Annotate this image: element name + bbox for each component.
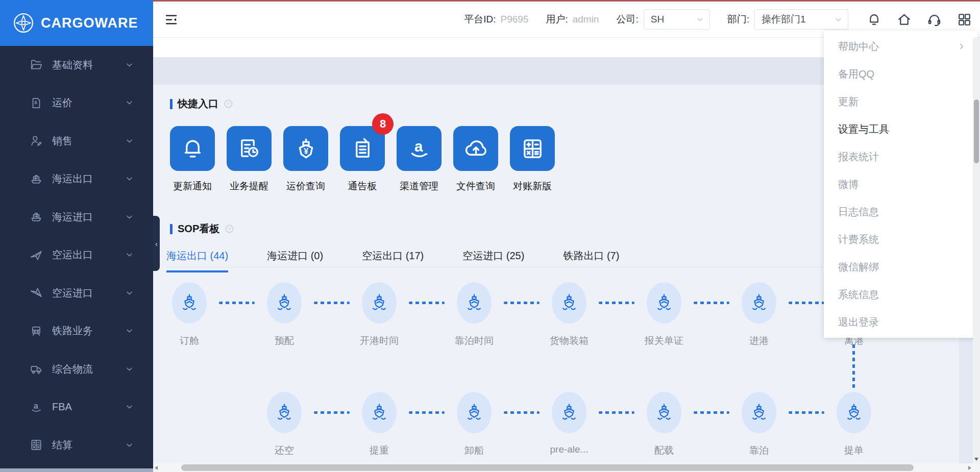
chevron-down-icon bbox=[125, 365, 134, 374]
apps-grid-icon[interactable] bbox=[957, 12, 972, 27]
ship-yen-icon bbox=[294, 137, 318, 161]
company-select[interactable]: SH bbox=[644, 9, 710, 30]
sidebar-item-air-import[interactable]: 空运进口 bbox=[0, 274, 153, 312]
tab-sea-import[interactable]: 海运进口 (0) bbox=[267, 249, 323, 272]
tile-file-query-button[interactable] bbox=[453, 126, 498, 171]
menu-item-label: 设置与工具 bbox=[838, 122, 889, 136]
tile-update-notice-button[interactable] bbox=[170, 126, 215, 171]
help-question-icon[interactable] bbox=[225, 224, 234, 234]
sidebar-collapse-handle[interactable]: ‹ bbox=[153, 216, 160, 271]
flow-vertical-connector bbox=[852, 344, 855, 389]
flow-node[interactable] bbox=[647, 392, 681, 433]
flow-step-port-entry: 进港 bbox=[712, 282, 806, 347]
department-label: 部门: bbox=[727, 13, 749, 26]
menu-item-log-info[interactable]: 日志信息 bbox=[824, 198, 977, 226]
flow-step-booking: 订舱 bbox=[142, 282, 237, 347]
menu-item-help-center[interactable]: 帮助中心 bbox=[824, 33, 977, 60]
flow-step-empty-return: 还空 bbox=[237, 392, 332, 457]
sidebar-item-integrated-logistics[interactable]: 综合物流 bbox=[0, 350, 153, 388]
flow-step-label: 还空 bbox=[275, 444, 294, 457]
sidebar-item-freight-rate[interactable]: 运价 bbox=[0, 84, 153, 122]
flow-node[interactable] bbox=[552, 392, 586, 433]
menu-item-label: 系统信息 bbox=[838, 288, 879, 302]
ship-icon bbox=[179, 292, 200, 314]
flow-step-label: 开港时间 bbox=[360, 334, 399, 347]
header-icons bbox=[867, 12, 972, 27]
sidebar-item-label: 海运出口 bbox=[52, 172, 93, 186]
horizontal-scrollbar-thumb[interactable] bbox=[181, 464, 914, 471]
sop-title: SOP看板 bbox=[178, 222, 219, 236]
flow-node[interactable] bbox=[742, 282, 776, 324]
menu-item-label: 计费系统 bbox=[838, 233, 879, 246]
platform-id-field: 平台ID: P9695 bbox=[464, 13, 528, 26]
sidebar-item-air-export[interactable]: 空运出口 bbox=[0, 236, 153, 275]
user-label: 用户: bbox=[546, 13, 568, 26]
notice-badge: 8 bbox=[372, 113, 394, 135]
top-accent-line bbox=[153, 0, 980, 2]
flow-node[interactable] bbox=[172, 282, 207, 324]
department-select[interactable]: 操作部门1 bbox=[754, 9, 848, 30]
tile-reconciliation-button[interactable] bbox=[510, 126, 555, 171]
chevron-down-icon bbox=[125, 137, 134, 145]
flow-node[interactable] bbox=[552, 282, 586, 324]
tab-rail-export[interactable]: 铁路出口 (7) bbox=[563, 249, 619, 272]
menu-item-billing-system[interactable]: 计费系统 bbox=[824, 226, 977, 253]
notification-bell-icon[interactable] bbox=[867, 12, 881, 27]
flow-step-label: 提重 bbox=[370, 444, 389, 457]
scroll-down-arrow[interactable] bbox=[974, 458, 978, 461]
flow-node[interactable] bbox=[267, 282, 302, 324]
chevron-down-icon bbox=[125, 213, 134, 221]
tile-business-reminder-button[interactable] bbox=[227, 126, 272, 171]
cloud-upload-icon bbox=[464, 137, 488, 161]
flow-step-prestow: 预配 bbox=[237, 282, 332, 347]
menu-item-weibo[interactable]: 微博 bbox=[824, 170, 977, 198]
flow-node[interactable] bbox=[837, 392, 871, 433]
support-headset-icon[interactable] bbox=[927, 12, 942, 27]
flow-node[interactable] bbox=[742, 392, 776, 433]
sidebar-item-sales[interactable]: 销售 bbox=[0, 122, 153, 160]
sidebar-item-fba[interactable]: FBA bbox=[0, 388, 153, 427]
menu-item-update[interactable]: 更新 bbox=[824, 88, 977, 115]
sidebar-bottom-strip bbox=[0, 468, 153, 472]
tile-rate-query: 运价查询 bbox=[283, 126, 328, 193]
chevron-down-icon bbox=[125, 98, 134, 107]
menu-item-logout[interactable]: 退出登录 bbox=[824, 308, 977, 336]
flow-node[interactable] bbox=[362, 392, 397, 433]
flow-node[interactable] bbox=[647, 282, 681, 324]
menu-item-report-statistics[interactable]: 报表统计 bbox=[824, 143, 977, 170]
ship-icon bbox=[748, 292, 770, 314]
title-accent-bar bbox=[170, 99, 173, 109]
scroll-right-arrow[interactable] bbox=[968, 466, 971, 470]
home-icon[interactable] bbox=[897, 12, 912, 27]
vertical-scrollbar-thumb[interactable] bbox=[974, 100, 979, 163]
menu-fold-icon[interactable] bbox=[164, 13, 178, 27]
flow-node[interactable] bbox=[267, 392, 302, 433]
sidebar-item-label: FBA bbox=[52, 401, 72, 413]
logo[interactable]: CARGOWARE bbox=[0, 0, 153, 46]
menu-item-wechat-unbind[interactable]: 微信解绑 bbox=[824, 253, 977, 281]
help-question-icon[interactable] bbox=[224, 99, 233, 109]
company-field: 公司: SH bbox=[616, 9, 709, 30]
sidebar-item-rail-business[interactable]: 铁路业务 bbox=[0, 312, 153, 351]
sidebar-item-basic-data[interactable]: 基础资料 bbox=[0, 46, 153, 84]
menu-item-backup-qq[interactable]: 备用QQ bbox=[824, 60, 977, 88]
tile-rate-query-button[interactable] bbox=[283, 126, 328, 171]
ship-icon bbox=[274, 292, 295, 314]
horizontal-scrollbar[interactable] bbox=[153, 463, 973, 472]
vertical-scrollbar[interactable] bbox=[973, 38, 980, 463]
flow-step-stowage: 配载 bbox=[617, 392, 712, 457]
sidebar-item-sea-export[interactable]: 海运出口 bbox=[0, 160, 153, 198]
menu-item-settings-tools[interactable]: 设置与工具 bbox=[824, 115, 977, 143]
tab-air-export[interactable]: 空运出口 (17) bbox=[362, 249, 424, 272]
flow-node[interactable] bbox=[362, 282, 397, 324]
tab-sea-export[interactable]: 海运出口 (44) bbox=[166, 249, 228, 272]
menu-item-system-info[interactable]: 系统信息 bbox=[824, 281, 977, 308]
flow-node[interactable] bbox=[457, 282, 492, 324]
scroll-left-arrow[interactable] bbox=[155, 466, 158, 470]
tile-channel-management: 渠道管理 bbox=[397, 126, 442, 193]
tab-air-import[interactable]: 空运进口 (25) bbox=[462, 249, 524, 272]
sidebar-item-sea-import[interactable]: 海运进口 bbox=[0, 198, 153, 236]
tile-channel-management-button[interactable] bbox=[397, 126, 442, 171]
flow-node[interactable] bbox=[457, 392, 492, 433]
sidebar-item-settlement[interactable]: 结算 bbox=[0, 426, 153, 464]
